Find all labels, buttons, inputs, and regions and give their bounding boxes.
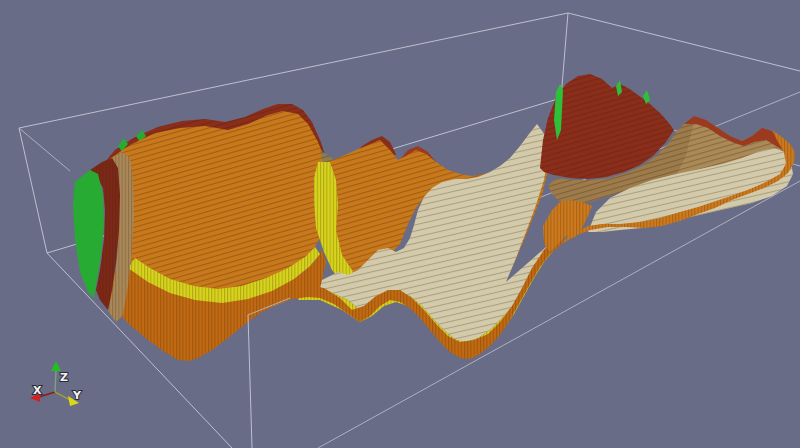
z-axis-line [55, 370, 56, 392]
render-viewport[interactable]: X Y Z [0, 0, 800, 448]
z-axis-label: Z [60, 371, 68, 384]
y-axis-label: Y [72, 389, 82, 402]
x-axis-label: X [33, 384, 42, 397]
scene-canvas: X Y Z [0, 0, 800, 448]
